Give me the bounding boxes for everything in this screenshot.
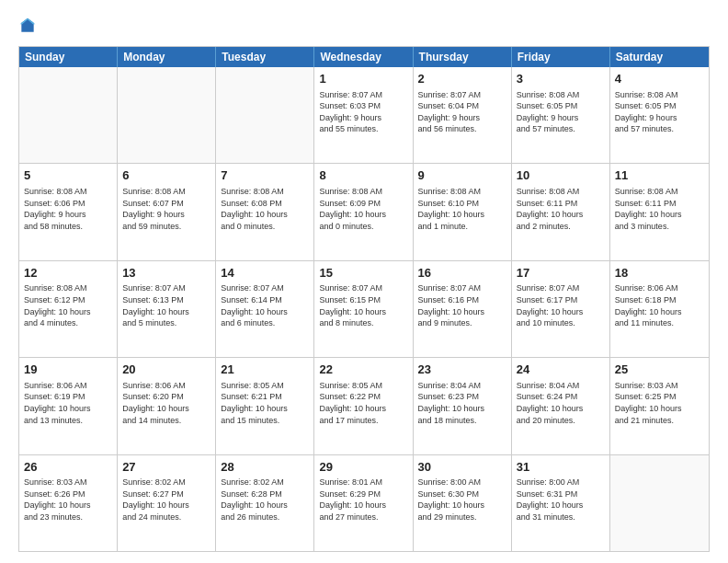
calendar-cell: 18Sunrise: 8:06 AM Sunset: 6:18 PM Dayli… — [610, 261, 709, 357]
calendar-cell: 10Sunrise: 8:08 AM Sunset: 6:11 PM Dayli… — [512, 164, 610, 259]
day-info: Sunrise: 8:08 AM Sunset: 6:12 PM Dayligh… — [24, 282, 112, 328]
day-number: 9 — [418, 167, 506, 184]
header-day-wednesday: Wednesday — [314, 47, 413, 67]
day-info: Sunrise: 8:08 AM Sunset: 6:05 PM Dayligh… — [517, 89, 605, 135]
day-number: 18 — [615, 265, 704, 282]
day-info: Sunrise: 8:04 AM Sunset: 6:24 PM Dayligh… — [517, 380, 605, 426]
day-number: 4 — [615, 71, 704, 87]
day-number: 19 — [24, 362, 112, 378]
day-info: Sunrise: 8:08 AM Sunset: 6:11 PM Dayligh… — [517, 186, 605, 232]
header-day-sunday: Sunday — [19, 47, 118, 67]
calendar-cell: 16Sunrise: 8:07 AM Sunset: 6:16 PM Dayli… — [414, 261, 512, 357]
day-info: Sunrise: 8:00 AM Sunset: 6:30 PM Dayligh… — [418, 477, 506, 523]
calendar-cell: 14Sunrise: 8:07 AM Sunset: 6:14 PM Dayli… — [216, 261, 314, 357]
day-number: 26 — [24, 459, 112, 476]
calendar-cell: 30Sunrise: 8:00 AM Sunset: 6:30 PM Dayli… — [414, 455, 512, 551]
day-info: Sunrise: 8:07 AM Sunset: 6:16 PM Dayligh… — [418, 282, 506, 328]
day-number: 14 — [221, 265, 309, 282]
day-info: Sunrise: 8:07 AM Sunset: 6:03 PM Dayligh… — [319, 89, 407, 135]
day-info: Sunrise: 8:08 AM Sunset: 6:08 PM Dayligh… — [221, 186, 309, 232]
page: SundayMondayTuesdayWednesdayThursdayFrid… — [0, 0, 728, 563]
calendar-cell: 22Sunrise: 8:05 AM Sunset: 6:22 PM Dayli… — [314, 358, 413, 454]
day-info: Sunrise: 8:08 AM Sunset: 6:06 PM Dayligh… — [24, 186, 112, 232]
calendar-header: SundayMondayTuesdayWednesdayThursdayFrid… — [19, 47, 709, 67]
day-info: Sunrise: 8:05 AM Sunset: 6:22 PM Dayligh… — [319, 380, 407, 426]
day-number: 27 — [122, 459, 210, 476]
day-number: 6 — [122, 167, 210, 184]
day-info: Sunrise: 8:03 AM Sunset: 6:25 PM Dayligh… — [615, 380, 704, 426]
day-info: Sunrise: 8:08 AM Sunset: 6:05 PM Dayligh… — [615, 89, 704, 135]
day-info: Sunrise: 8:07 AM Sunset: 6:14 PM Dayligh… — [221, 282, 309, 328]
calendar-row: 5Sunrise: 8:08 AM Sunset: 6:06 PM Daylig… — [19, 163, 709, 259]
calendar-cell: 27Sunrise: 8:02 AM Sunset: 6:27 PM Dayli… — [118, 455, 216, 551]
calendar-cell: 3Sunrise: 8:08 AM Sunset: 6:05 PM Daylig… — [512, 67, 610, 163]
day-info: Sunrise: 8:08 AM Sunset: 6:09 PM Dayligh… — [319, 186, 407, 232]
day-number: 31 — [517, 459, 605, 476]
calendar-cell: 9Sunrise: 8:08 AM Sunset: 6:10 PM Daylig… — [414, 164, 512, 259]
day-info: Sunrise: 8:03 AM Sunset: 6:26 PM Dayligh… — [24, 477, 112, 523]
day-number: 10 — [517, 167, 605, 184]
day-number: 1 — [319, 71, 407, 87]
calendar-cell: 4Sunrise: 8:08 AM Sunset: 6:05 PM Daylig… — [610, 67, 709, 163]
calendar-cell: 13Sunrise: 8:07 AM Sunset: 6:13 PM Dayli… — [118, 261, 216, 357]
calendar-row: 19Sunrise: 8:06 AM Sunset: 6:19 PM Dayli… — [19, 357, 709, 454]
header-day-monday: Monday — [118, 47, 216, 67]
calendar-cell: 15Sunrise: 8:07 AM Sunset: 6:15 PM Dayli… — [314, 261, 413, 357]
calendar-cell: 17Sunrise: 8:07 AM Sunset: 6:17 PM Dayli… — [512, 261, 610, 357]
day-info: Sunrise: 8:08 AM Sunset: 6:07 PM Dayligh… — [122, 186, 210, 232]
day-info: Sunrise: 8:02 AM Sunset: 6:28 PM Dayligh… — [221, 477, 309, 523]
header-day-tuesday: Tuesday — [216, 47, 314, 67]
calendar-cell: 31Sunrise: 8:00 AM Sunset: 6:31 PM Dayli… — [512, 455, 610, 551]
calendar-cell: 2Sunrise: 8:07 AM Sunset: 6:04 PM Daylig… — [414, 67, 512, 163]
calendar-cell: 11Sunrise: 8:08 AM Sunset: 6:11 PM Dayli… — [610, 164, 709, 259]
calendar-row: 12Sunrise: 8:08 AM Sunset: 6:12 PM Dayli… — [19, 260, 709, 357]
day-number: 21 — [221, 362, 309, 378]
day-number: 3 — [517, 71, 605, 87]
day-info: Sunrise: 8:08 AM Sunset: 6:11 PM Dayligh… — [615, 186, 704, 232]
calendar-cell: 8Sunrise: 8:08 AM Sunset: 6:09 PM Daylig… — [314, 164, 413, 259]
day-info: Sunrise: 8:01 AM Sunset: 6:29 PM Dayligh… — [319, 477, 407, 523]
calendar-cell: 5Sunrise: 8:08 AM Sunset: 6:06 PM Daylig… — [19, 164, 118, 259]
day-number: 30 — [418, 459, 506, 476]
calendar-cell: 24Sunrise: 8:04 AM Sunset: 6:24 PM Dayli… — [512, 358, 610, 454]
calendar-cell: 25Sunrise: 8:03 AM Sunset: 6:25 PM Dayli… — [610, 358, 709, 454]
calendar-cell: 29Sunrise: 8:01 AM Sunset: 6:29 PM Dayli… — [314, 455, 413, 551]
calendar-cell: 26Sunrise: 8:03 AM Sunset: 6:26 PM Dayli… — [19, 455, 118, 551]
day-info: Sunrise: 8:02 AM Sunset: 6:27 PM Dayligh… — [122, 477, 210, 523]
day-number: 25 — [615, 362, 704, 378]
day-info: Sunrise: 8:07 AM Sunset: 6:04 PM Dayligh… — [418, 89, 506, 135]
logo-icon — [18, 17, 37, 35]
calendar-cell — [610, 455, 709, 551]
calendar-body: 1Sunrise: 8:07 AM Sunset: 6:03 PM Daylig… — [19, 67, 709, 551]
calendar-row: 1Sunrise: 8:07 AM Sunset: 6:03 PM Daylig… — [19, 67, 709, 163]
day-number: 7 — [221, 167, 309, 184]
day-info: Sunrise: 8:07 AM Sunset: 6:15 PM Dayligh… — [319, 282, 407, 328]
day-info: Sunrise: 8:07 AM Sunset: 6:13 PM Dayligh… — [122, 282, 210, 328]
day-number: 16 — [418, 265, 506, 282]
header-area — [18, 17, 710, 39]
day-number: 15 — [319, 265, 407, 282]
day-number: 22 — [319, 362, 407, 378]
day-info: Sunrise: 8:08 AM Sunset: 6:10 PM Dayligh… — [418, 186, 506, 232]
calendar-row: 26Sunrise: 8:03 AM Sunset: 6:26 PM Dayli… — [19, 454, 709, 551]
day-number: 5 — [24, 167, 112, 184]
day-number: 13 — [122, 265, 210, 282]
calendar-cell — [118, 67, 216, 163]
day-info: Sunrise: 8:06 AM Sunset: 6:18 PM Dayligh… — [615, 282, 704, 328]
day-info: Sunrise: 8:07 AM Sunset: 6:17 PM Dayligh… — [517, 282, 605, 328]
day-info: Sunrise: 8:00 AM Sunset: 6:31 PM Dayligh… — [517, 477, 605, 523]
svg-marker-0 — [21, 18, 33, 32]
day-number: 29 — [319, 459, 407, 476]
day-number: 11 — [615, 167, 704, 184]
day-info: Sunrise: 8:06 AM Sunset: 6:19 PM Dayligh… — [24, 380, 112, 426]
day-info: Sunrise: 8:04 AM Sunset: 6:23 PM Dayligh… — [418, 380, 506, 426]
calendar-cell — [19, 67, 118, 163]
calendar-cell: 7Sunrise: 8:08 AM Sunset: 6:08 PM Daylig… — [216, 164, 314, 259]
day-number: 8 — [319, 167, 407, 184]
day-number: 20 — [122, 362, 210, 378]
calendar-cell — [216, 67, 314, 163]
calendar-cell: 6Sunrise: 8:08 AM Sunset: 6:07 PM Daylig… — [118, 164, 216, 259]
calendar-cell: 23Sunrise: 8:04 AM Sunset: 6:23 PM Dayli… — [414, 358, 512, 454]
day-number: 28 — [221, 459, 309, 476]
header-day-thursday: Thursday — [414, 47, 512, 67]
